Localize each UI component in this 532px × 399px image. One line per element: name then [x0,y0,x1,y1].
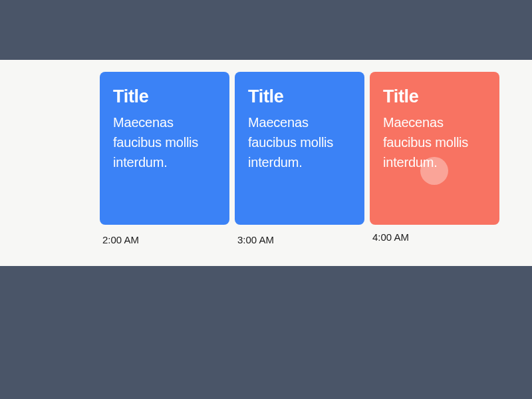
timeline-item[interactable]: Title Maecenas faucibus mollis interdum.… [100,72,229,254]
card-body: Maecenas faucibus mollis interdum. [248,112,351,172]
card-body: Maecenas faucibus mollis interdum. [383,112,486,172]
card-title: Title [113,86,216,107]
timeline-container[interactable]: Title Maecenas faucibus mollis interdum.… [0,60,532,266]
time-label: 4:00 AM [370,231,499,243]
timeline-card[interactable]: Title Maecenas faucibus mollis interdum. [235,72,364,225]
timeline-item[interactable]: Title Maecenas faucibus mollis interdum.… [370,72,499,254]
time-label: 2:00 AM [100,234,229,245]
time-label: 3:00 AM [235,234,364,245]
card-title: Title [383,86,486,107]
timeline-item[interactable]: Title Maecenas faucibus mollis interdum.… [235,72,364,254]
timeline-card[interactable]: Title Maecenas faucibus mollis interdum. [100,72,229,225]
card-body: Maecenas faucibus mollis interdum. [113,112,216,172]
card-title: Title [248,86,351,107]
timeline-card-active[interactable]: Title Maecenas faucibus mollis interdum. [370,72,499,225]
